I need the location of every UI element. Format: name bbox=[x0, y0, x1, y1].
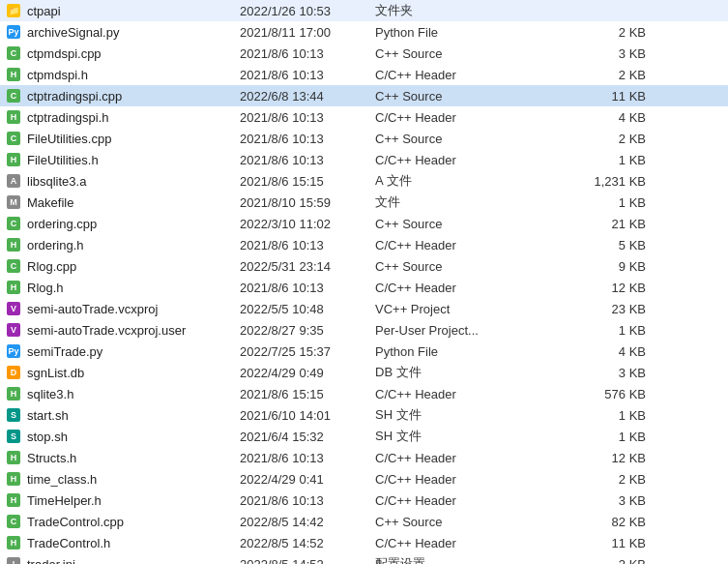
file-date: 2021/8/10 15:59 bbox=[240, 195, 375, 210]
file-type: SH 文件 bbox=[375, 428, 568, 445]
file-date: 2021/8/6 10:13 bbox=[240, 493, 375, 508]
file-name: ctpmdspi.h bbox=[27, 68, 240, 82]
table-row[interactable]: M Makefile 2021/8/10 15:59 文件 1 KB bbox=[0, 192, 728, 213]
table-row[interactable]: A libsqlite3.a 2021/8/6 15:15 A 文件 1,231… bbox=[0, 170, 728, 192]
file-type-icon: Py bbox=[4, 341, 23, 361]
table-row[interactable]: S start.sh 2021/6/10 14:01 SH 文件 1 KB bbox=[0, 404, 728, 426]
file-type: C/C++ Header bbox=[375, 68, 568, 82]
file-size: 1 KB bbox=[568, 195, 646, 210]
table-row[interactable]: C ctpmdspi.cpp 2021/8/6 10:13 C++ Source… bbox=[0, 43, 728, 64]
table-row[interactable]: C ordering.cpp 2022/3/10 11:02 C++ Sourc… bbox=[0, 213, 728, 234]
table-row[interactable]: H Rlog.h 2021/8/6 10:13 C/C++ Header 12 … bbox=[0, 277, 728, 298]
file-type-icon: H bbox=[4, 235, 23, 254]
file-size: 3 KB bbox=[568, 493, 646, 508]
table-row[interactable]: D sgnList.db 2022/4/29 0:49 DB 文件 3 KB bbox=[0, 362, 728, 383]
table-row[interactable]: Py archiveSignal.py 2021/8/11 17:00 Pyth… bbox=[0, 21, 728, 43]
file-type-icon: H bbox=[4, 150, 23, 169]
file-type-icon: M bbox=[4, 193, 23, 212]
table-row[interactable]: H Structs.h 2021/8/6 10:13 C/C++ Header … bbox=[0, 447, 728, 468]
file-name: ctpapi bbox=[27, 4, 240, 18]
file-type-icon: I bbox=[4, 554, 23, 564]
table-row[interactable]: H TradeControl.h 2022/8/5 14:52 C/C++ He… bbox=[0, 532, 728, 553]
table-row[interactable]: H time_class.h 2022/4/29 0:41 C/C++ Head… bbox=[0, 468, 728, 490]
file-date: 2022/8/27 9:35 bbox=[240, 323, 375, 338]
file-type-icon: H bbox=[4, 490, 23, 510]
file-type-icon: C bbox=[4, 256, 23, 276]
table-row[interactable]: C TradeControl.cpp 2022/8/5 14:42 C++ So… bbox=[0, 511, 728, 532]
file-size: 82 KB bbox=[568, 515, 646, 529]
table-row[interactable]: 📁 ctpapi 2022/1/26 10:53 文件夹 bbox=[0, 0, 728, 21]
file-date: 2022/3/10 11:02 bbox=[240, 217, 375, 231]
file-name: TradeControl.cpp bbox=[27, 515, 240, 529]
file-size: 2 KB bbox=[568, 557, 646, 565]
file-type: A 文件 bbox=[375, 172, 568, 190]
table-row[interactable]: Py semiTrade.py 2022/7/25 15:37 Python F… bbox=[0, 341, 728, 362]
file-date: 2021/8/6 10:13 bbox=[240, 281, 375, 295]
file-size: 12 KB bbox=[568, 281, 646, 295]
file-type: C/C++ Header bbox=[375, 472, 568, 487]
file-date: 2021/8/6 10:13 bbox=[240, 153, 375, 167]
file-date: 2021/6/10 14:01 bbox=[240, 408, 375, 423]
file-type-icon: C bbox=[4, 129, 23, 148]
file-type: C/C++ Header bbox=[375, 536, 568, 550]
file-date: 2021/8/11 17:00 bbox=[240, 25, 375, 40]
file-size: 576 KB bbox=[568, 387, 646, 401]
file-size: 1 KB bbox=[568, 323, 646, 338]
file-date: 2021/8/6 10:13 bbox=[240, 132, 375, 146]
file-size: 1 KB bbox=[568, 408, 646, 423]
file-type: Per-User Project... bbox=[375, 323, 568, 338]
file-type: 文件夹 bbox=[375, 2, 568, 19]
file-name: semi-autoTrade.vcxproj bbox=[27, 302, 240, 316]
file-date: 2021/6/4 15:32 bbox=[240, 430, 375, 444]
file-name: trader.ini bbox=[27, 557, 240, 565]
file-size: 2 KB bbox=[568, 472, 646, 487]
table-row[interactable]: I trader.ini 2022/8/5 14:52 配置设置 2 KB bbox=[0, 553, 728, 564]
table-row[interactable]: S stop.sh 2021/6/4 15:32 SH 文件 1 KB bbox=[0, 426, 728, 447]
table-row[interactable]: H ctpmdspi.h 2021/8/6 10:13 C/C++ Header… bbox=[0, 64, 728, 85]
file-date: 2021/8/6 10:13 bbox=[240, 46, 375, 61]
file-type-icon: 📁 bbox=[4, 1, 23, 20]
file-type: C/C++ Header bbox=[375, 493, 568, 508]
file-name: Rlog.h bbox=[27, 281, 240, 295]
file-type-icon: Py bbox=[4, 22, 23, 42]
file-date: 2021/8/6 15:15 bbox=[240, 174, 375, 189]
file-name: Makefile bbox=[27, 195, 240, 210]
file-type: VC++ Project bbox=[375, 302, 568, 316]
file-date: 2022/5/31 23:14 bbox=[240, 259, 375, 274]
file-size: 1 KB bbox=[568, 153, 646, 167]
file-size: 21 KB bbox=[568, 217, 646, 231]
table-row[interactable]: H TimeHelper.h 2021/8/6 10:13 C/C++ Head… bbox=[0, 490, 728, 511]
file-type: DB 文件 bbox=[375, 364, 568, 381]
table-row[interactable]: H ordering.h 2021/8/6 10:13 C/C++ Header… bbox=[0, 234, 728, 255]
file-type-icon: D bbox=[4, 363, 23, 382]
file-type: Python File bbox=[375, 25, 568, 40]
file-type: C++ Source bbox=[375, 46, 568, 61]
file-date: 2022/7/25 15:37 bbox=[240, 344, 375, 359]
file-type: C++ Source bbox=[375, 515, 568, 529]
file-size: 2 KB bbox=[568, 68, 646, 82]
file-type: C++ Source bbox=[375, 89, 568, 104]
table-row[interactable]: C Rlog.cpp 2022/5/31 23:14 C++ Source 9 … bbox=[0, 255, 728, 277]
file-date: 2022/8/5 14:52 bbox=[240, 557, 375, 565]
file-size: 2 KB bbox=[568, 132, 646, 146]
file-name: ctptradingspi.cpp bbox=[27, 89, 240, 104]
file-date: 2021/8/6 10:13 bbox=[240, 68, 375, 82]
file-name: TradeControl.h bbox=[27, 536, 240, 550]
file-size: 12 KB bbox=[568, 451, 646, 465]
file-type-icon: C bbox=[4, 86, 23, 105]
table-row[interactable]: H ctptradingspi.h 2021/8/6 10:13 C/C++ H… bbox=[0, 106, 728, 128]
file-size: 3 KB bbox=[568, 366, 646, 380]
file-date: 2021/8/6 10:13 bbox=[240, 451, 375, 465]
table-row[interactable]: V semi-autoTrade.vcxproj.user 2022/8/27 … bbox=[0, 319, 728, 341]
file-type-icon: S bbox=[4, 405, 23, 425]
file-name: Rlog.cpp bbox=[27, 259, 240, 274]
table-row[interactable]: C FileUtilities.cpp 2021/8/6 10:13 C++ S… bbox=[0, 128, 728, 149]
table-row[interactable]: H FileUtilities.h 2021/8/6 10:13 C/C++ H… bbox=[0, 149, 728, 170]
table-row[interactable]: V semi-autoTrade.vcxproj 2022/5/5 10:48 … bbox=[0, 298, 728, 319]
table-row[interactable]: C ctptradingspi.cpp 2022/6/8 13:44 C++ S… bbox=[0, 85, 728, 106]
file-type-icon: C bbox=[4, 214, 23, 233]
file-type-icon: H bbox=[4, 107, 23, 127]
file-date: 2022/4/29 0:41 bbox=[240, 472, 375, 487]
file-name: FileUtilities.h bbox=[27, 153, 240, 167]
table-row[interactable]: H sqlite3.h 2021/8/6 15:15 C/C++ Header … bbox=[0, 383, 728, 404]
